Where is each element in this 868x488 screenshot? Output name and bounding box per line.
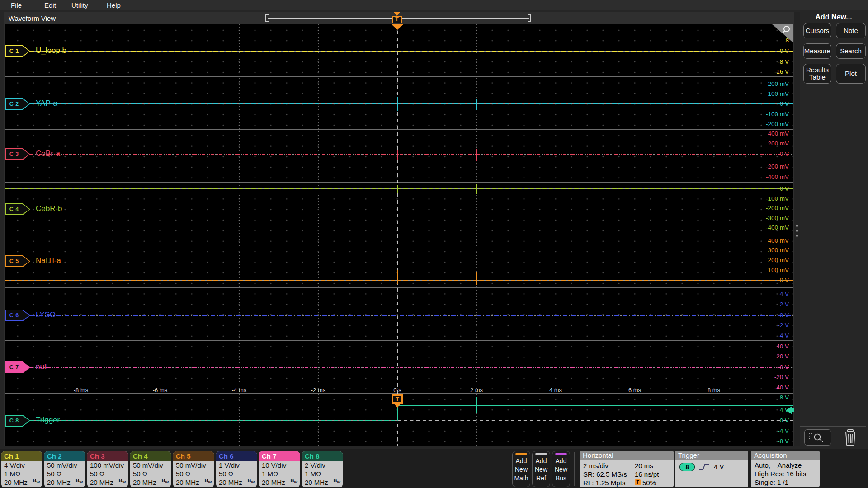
waveform-c1 <box>5 51 793 52</box>
ch-settings-badge-1[interactable]: Ch 14 V/div1 MΩ20 MHzBW <box>1 451 42 487</box>
settings-bar: Ch 14 V/div1 MΩ20 MHzBWCh 250 mV/div50 Ω… <box>0 449 868 488</box>
scale-label-c3: 400 mV <box>735 131 789 137</box>
button-label: AddNewRef <box>533 457 550 483</box>
drag-handle-dot <box>796 225 798 227</box>
sidebar-title: Add New... <box>800 13 867 21</box>
ch-badge-title: Ch 5 <box>173 451 214 461</box>
scale-label-c6: 4 V <box>735 291 789 297</box>
sidebar-button-results-table[interactable]: Results Table <box>803 64 831 84</box>
trigger-level-arrow[interactable] <box>786 406 792 414</box>
plot-area[interactable]: 80 V-8 V-16 VC 1U_loop b200 mV100 mV0 V-… <box>5 24 793 446</box>
acquisition-panel[interactable]: Acquisition Auto, Analyze High Res: 16 b… <box>751 451 820 487</box>
sidebar-button-search[interactable]: Search <box>836 43 866 59</box>
zoom-select-button[interactable] <box>804 429 831 446</box>
trigger-caret-top[interactable] <box>392 24 403 30</box>
menu-utility[interactable]: Utility <box>71 1 88 9</box>
magnifier-box-icon <box>805 430 831 445</box>
trigger-source-badge: 8 <box>679 463 695 471</box>
ch-badge-impedance: 1 MΩ <box>259 469 300 478</box>
trigger-position-caret[interactable] <box>394 12 400 16</box>
scale-label-c3: 0 V <box>735 151 789 157</box>
menu-help[interactable]: Help <box>107 1 121 9</box>
ch-badge-impedance: 50 Ω <box>87 469 128 478</box>
ch-settings-badge-7[interactable]: Ch 710 V/div1 MΩ20 MHzBW <box>259 451 300 487</box>
glitch-c4 <box>396 188 396 190</box>
scale-label-c7: -20 V <box>735 374 789 380</box>
horizontal-panel[interactable]: Horizontal 2 ms/div 20 ms SR: 62.5 MS/s … <box>580 451 674 487</box>
ch-badge-impedance: 50 Ω <box>130 469 171 478</box>
major-gridline <box>714 24 714 446</box>
ch-badge-title: Ch 3 <box>87 451 128 461</box>
glitch-c5 <box>476 272 477 285</box>
sidebar-button-cursors[interactable]: Cursors <box>803 23 831 38</box>
baseline-c8 <box>397 420 793 421</box>
bandwidth-limit-icon: BW <box>161 478 169 484</box>
glitch-c3 <box>396 153 396 157</box>
ch-badge-title: Ch 1 <box>1 451 42 461</box>
ch-badge-title: Ch 8 <box>302 451 343 461</box>
section-divider <box>5 182 793 183</box>
channel-badge-c3[interactable]: C 3 <box>5 148 30 160</box>
channel-badge-c2[interactable]: C 2 <box>5 98 30 110</box>
ch-settings-badge-6[interactable]: Ch 61 V/div50 Ω20 MHzBW <box>216 451 257 487</box>
add-new-bus-button[interactable]: AddNewBus <box>552 451 570 487</box>
time-axis-label: 0 s <box>377 387 418 394</box>
add-new-ref-button[interactable]: AddNewRef <box>532 451 550 487</box>
ch-settings-badge-2[interactable]: Ch 250 mV/div50 Ω20 MHzBW <box>44 451 85 487</box>
ch-settings-badge-5[interactable]: Ch 550 mV/div50 Ω20 MHzBW <box>173 451 214 487</box>
channel-badge-c7[interactable]: C 7 <box>5 361 30 373</box>
sidebar-button-plot[interactable]: Plot <box>836 64 866 84</box>
trash-button[interactable] <box>842 428 859 446</box>
channel-badge-c5[interactable]: C 5 <box>5 255 30 267</box>
scale-label-c6: 2 V <box>735 301 789 308</box>
horizontal-sample-rate: SR: 62.5 MS/s <box>583 470 627 478</box>
menu-edit[interactable]: Edit <box>44 1 56 9</box>
trigger-panel[interactable]: Trigger 8 4 V <box>675 451 748 487</box>
glitch-c2 <box>399 99 399 108</box>
scale-label-c8: -8 V <box>735 438 789 445</box>
scale-label-c2: -200 mV <box>735 121 789 127</box>
bandwidth-limit-icon: BW <box>33 478 40 484</box>
waveform-c8-edge <box>397 405 398 421</box>
ch-settings-badge-4[interactable]: Ch 450 mV/div50 Ω20 MHzBW <box>130 451 171 487</box>
bandwidth-limit-icon: BW <box>290 478 297 484</box>
waveform-c8-low <box>5 420 397 421</box>
channel-badge-c6[interactable]: C 6 <box>5 310 30 321</box>
major-gridline <box>556 24 556 446</box>
ch-settings-badge-3[interactable]: Ch 3100 mV/div50 Ω20 MHzBW <box>87 451 128 487</box>
ch-badge-impedance: 1 MΩ <box>302 469 343 478</box>
ch-badge-impedance: 50 Ω <box>216 469 257 478</box>
glitch-c4 <box>399 187 399 191</box>
sidebar-button-note[interactable]: Note <box>836 23 866 38</box>
bandwidth-limit-icon: BW <box>333 478 340 484</box>
scale-label-c4: -100 mV <box>735 196 789 202</box>
add-new-math-button[interactable]: AddNewMath <box>512 451 530 487</box>
scale-label-c3: -200 mV <box>735 164 789 170</box>
sidebar-divider <box>800 426 866 427</box>
scale-label-c4: 0 V <box>735 186 789 192</box>
channel-name-c2: YAP-a <box>36 99 57 108</box>
ch-badge-vdiv: 50 mV/div <box>173 461 214 469</box>
glitch-c2 <box>475 103 475 107</box>
scale-label-c2: 200 mV <box>735 81 789 87</box>
acquisition-single-count: Single: 1 /1 <box>755 479 788 486</box>
window-title: Waveform View <box>9 14 56 22</box>
channel-badge-c8[interactable]: C 8 <box>5 415 30 427</box>
panel-splitter[interactable] <box>794 12 800 446</box>
trigger-event-flag[interactable]: T <box>392 394 403 404</box>
section-divider <box>5 287 793 288</box>
rising-edge-icon <box>698 463 710 471</box>
menu-file[interactable]: File <box>11 1 22 9</box>
scale-label-c2: 0 V <box>735 101 789 107</box>
scale-label-c6: 0 V <box>735 312 789 319</box>
bandwidth-limit-icon: BW <box>247 478 255 484</box>
trigger-position-line[interactable] <box>397 24 398 446</box>
channel-badge-c1[interactable]: C 1 <box>5 45 30 57</box>
waveform-c7 <box>5 367 793 368</box>
ch-settings-badge-8[interactable]: Ch 82 V/div1 MΩ20 MHzBW <box>302 451 343 487</box>
sidebar-button-measure[interactable]: Measure <box>803 43 831 59</box>
channel-badge-c4[interactable]: C 4 <box>5 203 30 215</box>
channel-name-c7: null <box>36 362 47 371</box>
trigger-position-flag[interactable]: T <box>392 16 402 23</box>
glitch-c5 <box>475 275 475 282</box>
